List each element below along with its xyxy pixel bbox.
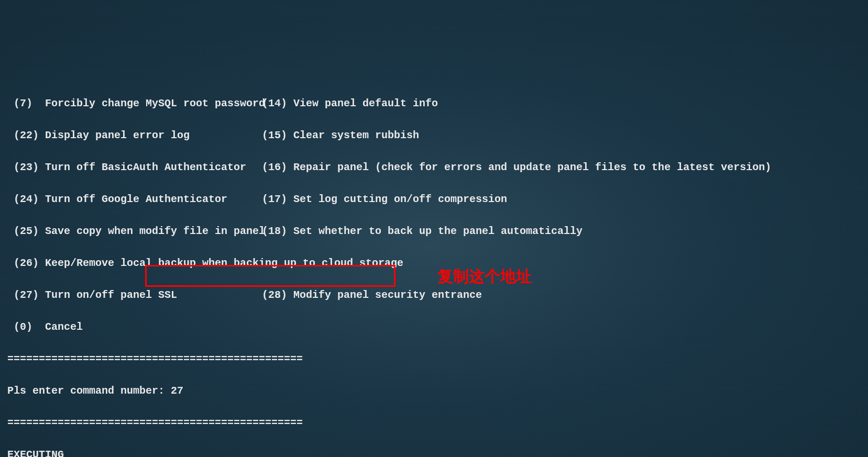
separator: ========================================… (7, 351, 861, 367)
terminal-output: (7) Forcibly change MySQL root password(… (0, 80, 868, 458)
menu-row: (25) Save copy when modify file in panel… (7, 224, 861, 240)
menu-row: (0) Cancel (7, 319, 861, 336)
menu-row: (24) Turn off Google Authenticator(17) S… (7, 192, 861, 208)
annotation-text: 复制这个地址 (437, 269, 532, 285)
menu-row: (22) Display panel error log(15) Clear s… (7, 128, 861, 144)
menu-row: (7) Forcibly change MySQL root password(… (7, 96, 861, 112)
menu-row: (23) Turn off BasicAuth Authenticator(16… (7, 160, 861, 176)
separator: ========================================… (7, 415, 861, 431)
menu-row: (26) Keep/Remove local backup when backi… (7, 255, 861, 272)
executing-line: EXECUTING (7, 447, 861, 457)
prompt-line: Pls enter command number: 27 (7, 383, 861, 399)
menu-row: (27) Turn on/off panel SSL(28) Modify pa… (7, 287, 861, 304)
